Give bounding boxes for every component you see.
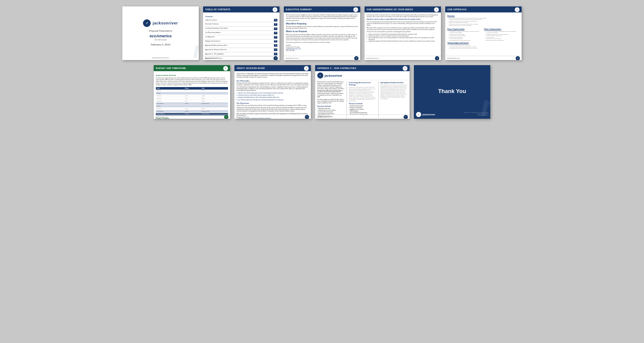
exec-header: EXECUTIVE SUMMARY r (284, 6, 360, 12)
training-title: Training, Support and Launch (447, 42, 519, 44)
needs-content: In the last two weeks of January 2014 we… (365, 12, 441, 48)
slide-budget: BUDGET AND TIMEFRAME r Implementation Es… (154, 65, 230, 119)
about-content: Jackson River is a Washington, DC-based … (234, 71, 311, 119)
exec-header-icon: r (353, 7, 358, 12)
needs-footer: www.jacksonriver.com 3 (365, 56, 441, 60)
about-footer: www.jacksonriver.com 6 (234, 114, 311, 119)
philosophy-body: We believe that the right technology can… (237, 82, 309, 91)
ty-logo-letter: r (418, 113, 419, 116)
logo-name: jacksonriver (152, 21, 178, 25)
philosophy-item: is fitted around your needs (rather than… (237, 94, 309, 96)
exec-section1-body: We propose that ecoAmerica move forward … (286, 26, 358, 29)
footer-website: www.jacksonriver.com (155, 116, 168, 118)
toc-item: Table of Contents01 (205, 18, 277, 23)
discovery-item: 5)Level set/reduce current scope and est… (447, 25, 519, 27)
cover-website: www.jacksonriver.com (152, 57, 169, 59)
page-number: 3 (435, 56, 439, 60)
needs-intro: In the last two weeks of January 2014 we… (367, 14, 439, 18)
slide-understanding: OUR UNDERSTANDING OF YOUR NEEDS r In the… (365, 6, 441, 60)
cap-col-right: Springboard Implementation While Springb… (380, 81, 407, 118)
approach-title: OUR APPROACH (447, 8, 467, 11)
ty-logo-name: jacksonriver (422, 113, 435, 116)
budget-footer: www.jacksonriver.com 5 (154, 114, 230, 119)
ty-website: www.jacksonriver.com (464, 114, 488, 116)
philosophy-item: integrates beautifully with your other t… (237, 96, 309, 98)
cap-logo-name: jacksonriver (325, 74, 342, 77)
page-number: 1 (273, 56, 278, 60)
toc-item: Our Understanding of Your Needs02 (205, 27, 277, 31)
sign-phone: (512)-256-0387 (286, 50, 358, 51)
toc-item: Executive Summary02 (205, 22, 277, 27)
approach-phases: Phase 1 Implementation 1) Implement the … (447, 27, 519, 41)
header-icon-letter: r (225, 67, 226, 69)
toc-header-icon: r (273, 7, 277, 12)
exec-signature: El Griffin Partner and Co-Founder tj.gri… (286, 45, 358, 52)
page-number: 2 (354, 56, 358, 60)
decorative-r: r (193, 36, 199, 60)
page-number: 6 (305, 115, 309, 119)
header-icon-letter: r (275, 8, 276, 11)
cap-logo-circle: r (317, 72, 323, 78)
logo-letter: r (146, 21, 148, 25)
philosophy-title: Our Philosophy (237, 80, 309, 82)
needs-bullet: allow ecoAmerica to push out next steps … (367, 37, 439, 40)
toc-section-label: Contents (205, 15, 277, 18)
budget-header-icon: r (223, 66, 228, 71)
needs-highlight1-body: The most critical aspect of this impleme… (367, 21, 439, 27)
approach-header: OUR APPROACH r (445, 6, 522, 12)
cap-divider (378, 81, 379, 118)
about-intro: Jackson River is a Washington, DC-based … (237, 73, 309, 78)
exec-footer: www.jacksonriver.com 2 (284, 56, 360, 60)
page-number: 7 (404, 115, 408, 119)
footer-website: www.jacksonriver.com (236, 116, 249, 118)
about-header: ABOUT JACKSON RIVER r (234, 65, 311, 71)
about-header-icon: r (304, 66, 309, 71)
cover-date: February 4, 2014 (151, 43, 170, 46)
page-number: 5 (224, 115, 228, 119)
cap-org-support: Our clients engage us to help them with … (317, 99, 344, 104)
ty-footer-right: Address Line 1 Street Name Area Code, Ci… (464, 112, 488, 117)
experience-body: Jackson River was founded by three veter… (237, 105, 309, 112)
slide-executive-summary: EXECUTIVE SUMMARY r We are excited to pr… (284, 6, 360, 60)
needs-header-icon: r (434, 7, 439, 12)
philosophy-item: your staff are prepared to leverage with… (237, 99, 309, 101)
cap-divider (346, 81, 347, 118)
phase2-col: Phase 2 Implementation 1) Port the old d… (484, 27, 520, 41)
ty-logo-circle: r (416, 112, 421, 117)
needs-title: OUR UNDERSTANDING OF YOUR NEEDS (367, 8, 413, 11)
cap-col-left: At Jackson River, we've lived and breath… (317, 81, 344, 118)
exec-section2-body: Within this proposal we will address All… (286, 34, 358, 41)
client-tagline: start with people (154, 39, 167, 41)
phase1-col: Phase 1 Implementation 1) Implement the … (447, 27, 483, 41)
exec-section2-title: What's in our Proposal (286, 30, 358, 33)
approach-footer: www.jacksonriver.com 4 (445, 56, 522, 60)
approach-header-icon: r (515, 7, 519, 12)
cap-header: APPENDIX C : OUR CAPABILITIES r (315, 65, 410, 71)
cap-header-icon: r (403, 66, 407, 71)
needs-header: OUR UNDERSTANDING OF YOUR NEEDS r (365, 6, 441, 12)
slides-container: r jacksonriver Proposal Presented to eco… (0, 0, 644, 125)
budget-title: BUDGET AND TIMEFRAME (156, 67, 186, 69)
footer-website: www.jacksonriver.com (317, 116, 330, 118)
exec-intro: We are excited to present ecoAmerica wit… (286, 14, 358, 21)
logo-circle: r (143, 19, 151, 27)
toc-item: Our Recommendations03 (205, 31, 277, 35)
needs-bullet: intelligently integrate with both the Mo… (367, 40, 439, 42)
toc-item: Budget and Timeframe07 (205, 39, 277, 44)
budget-section1: Implementation Estimate (156, 74, 228, 77)
phase1-item: 2) Port existing data to the new data st… (447, 40, 483, 42)
toc-item: Our Approach04 (205, 35, 277, 39)
thank-you-text: Thank You (438, 88, 466, 94)
toc-header: TABLE OF CONTENTS r (203, 6, 279, 12)
toc-footer: www.jacksonriver.com 1 (203, 56, 279, 60)
cap-title: APPENDIX C : OUR CAPABILITIES (317, 67, 356, 69)
footer-website: www.jacksonriver.com (366, 57, 379, 59)
footer-website: www.jacksonriver.com (447, 57, 460, 59)
footer-website: www.jacksonriver.com (286, 57, 298, 59)
header-icon-letter: r (355, 8, 356, 11)
phase2-title: Phase 2 Implementation (484, 28, 520, 30)
exec-closing: If you have any questions or comments, p… (286, 42, 358, 43)
budget-table1: Task Hours Cost Discovery40$8,000 Phase … (156, 87, 228, 116)
needs-highlight2: MomentUs will be comprised of a series o… (367, 27, 439, 33)
slide-approach: OUR APPROACH r Discovery Given the timel… (445, 6, 522, 60)
